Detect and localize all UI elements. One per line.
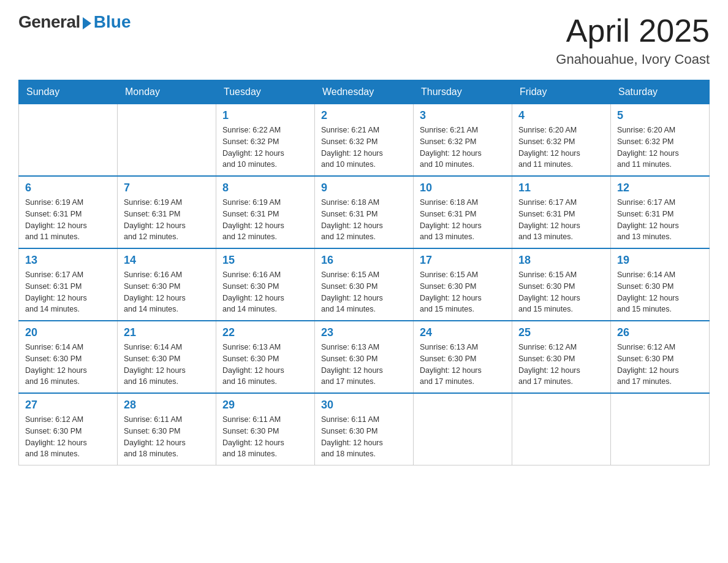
day-number: 1 (222, 109, 308, 122)
calendar-cell: 30Sunrise: 6:11 AM Sunset: 6:30 PM Dayli… (315, 393, 414, 465)
calendar-cell: 29Sunrise: 6:11 AM Sunset: 6:30 PM Dayli… (216, 393, 315, 465)
day-number: 5 (617, 109, 703, 122)
calendar-cell: 19Sunrise: 6:14 AM Sunset: 6:30 PM Dayli… (611, 248, 710, 321)
calendar-header: SundayMondayTuesdayWednesdayThursdayFrid… (19, 80, 710, 104)
calendar-cell: 26Sunrise: 6:12 AM Sunset: 6:30 PM Dayli… (611, 321, 710, 393)
day-number: 4 (518, 109, 604, 122)
page-header: General Blue April 2025 Gnahouahue, Ivor… (18, 12, 710, 67)
calendar-cell: 5Sunrise: 6:20 AM Sunset: 6:32 PM Daylig… (611, 104, 710, 177)
calendar-week-row: 6Sunrise: 6:19 AM Sunset: 6:31 PM Daylig… (19, 176, 710, 248)
calendar-cell: 6Sunrise: 6:19 AM Sunset: 6:31 PM Daylig… (19, 176, 118, 248)
day-info: Sunrise: 6:19 AM Sunset: 6:31 PM Dayligh… (222, 197, 308, 243)
day-number: 29 (222, 399, 308, 412)
day-of-week-header: Thursday (414, 80, 512, 104)
day-header-row: SundayMondayTuesdayWednesdayThursdayFrid… (19, 80, 710, 104)
calendar-cell (414, 393, 512, 465)
day-of-week-header: Monday (118, 80, 216, 104)
day-info: Sunrise: 6:13 AM Sunset: 6:30 PM Dayligh… (420, 342, 506, 388)
day-info: Sunrise: 6:11 AM Sunset: 6:30 PM Dayligh… (222, 414, 308, 460)
day-number: 20 (25, 326, 111, 339)
day-info: Sunrise: 6:19 AM Sunset: 6:31 PM Dayligh… (124, 197, 210, 243)
calendar-cell: 12Sunrise: 6:17 AM Sunset: 6:31 PM Dayli… (611, 176, 710, 248)
calendar-body: 1Sunrise: 6:22 AM Sunset: 6:32 PM Daylig… (19, 104, 710, 465)
day-number: 3 (420, 109, 506, 122)
calendar-cell: 27Sunrise: 6:12 AM Sunset: 6:30 PM Dayli… (19, 393, 118, 465)
day-info: Sunrise: 6:17 AM Sunset: 6:31 PM Dayligh… (617, 197, 703, 243)
day-number: 25 (518, 326, 604, 339)
day-number: 14 (124, 254, 210, 267)
logo-arrow-icon (83, 17, 91, 29)
day-info: Sunrise: 6:16 AM Sunset: 6:30 PM Dayligh… (124, 269, 210, 315)
calendar-week-row: 27Sunrise: 6:12 AM Sunset: 6:30 PM Dayli… (19, 393, 710, 465)
day-number: 17 (420, 254, 506, 267)
day-number: 11 (518, 182, 604, 194)
day-of-week-header: Friday (512, 80, 611, 104)
calendar-cell: 21Sunrise: 6:14 AM Sunset: 6:30 PM Dayli… (118, 321, 216, 393)
calendar-cell: 23Sunrise: 6:13 AM Sunset: 6:30 PM Dayli… (315, 321, 414, 393)
day-number: 16 (321, 254, 407, 267)
day-number: 19 (617, 254, 703, 267)
calendar-cell: 25Sunrise: 6:12 AM Sunset: 6:30 PM Dayli… (512, 321, 611, 393)
day-info: Sunrise: 6:21 AM Sunset: 6:32 PM Dayligh… (420, 124, 506, 170)
calendar-cell: 1Sunrise: 6:22 AM Sunset: 6:32 PM Daylig… (216, 104, 315, 177)
day-info: Sunrise: 6:11 AM Sunset: 6:30 PM Dayligh… (124, 414, 210, 460)
calendar-cell: 22Sunrise: 6:13 AM Sunset: 6:30 PM Dayli… (216, 321, 315, 393)
day-info: Sunrise: 6:13 AM Sunset: 6:30 PM Dayligh… (222, 342, 308, 388)
calendar-cell: 13Sunrise: 6:17 AM Sunset: 6:31 PM Dayli… (19, 248, 118, 321)
day-number: 2 (321, 109, 407, 122)
day-number: 13 (25, 254, 111, 267)
day-info: Sunrise: 6:12 AM Sunset: 6:30 PM Dayligh… (617, 342, 703, 388)
day-number: 10 (420, 182, 506, 194)
day-number: 26 (617, 326, 703, 339)
calendar-cell: 24Sunrise: 6:13 AM Sunset: 6:30 PM Dayli… (414, 321, 512, 393)
calendar-cell: 18Sunrise: 6:15 AM Sunset: 6:30 PM Dayli… (512, 248, 611, 321)
day-number: 24 (420, 326, 506, 339)
day-info: Sunrise: 6:12 AM Sunset: 6:30 PM Dayligh… (518, 342, 604, 388)
calendar-cell: 17Sunrise: 6:15 AM Sunset: 6:30 PM Dayli… (414, 248, 512, 321)
day-of-week-header: Wednesday (315, 80, 414, 104)
day-of-week-header: Sunday (19, 80, 118, 104)
calendar-cell: 2Sunrise: 6:21 AM Sunset: 6:32 PM Daylig… (315, 104, 414, 177)
day-info: Sunrise: 6:15 AM Sunset: 6:30 PM Dayligh… (518, 269, 604, 315)
calendar-cell: 4Sunrise: 6:20 AM Sunset: 6:32 PM Daylig… (512, 104, 611, 177)
day-info: Sunrise: 6:18 AM Sunset: 6:31 PM Dayligh… (321, 197, 407, 243)
day-info: Sunrise: 6:14 AM Sunset: 6:30 PM Dayligh… (25, 342, 111, 388)
day-info: Sunrise: 6:20 AM Sunset: 6:32 PM Dayligh… (617, 124, 703, 170)
calendar-cell (611, 393, 710, 465)
day-info: Sunrise: 6:13 AM Sunset: 6:30 PM Dayligh… (321, 342, 407, 388)
day-number: 12 (617, 182, 703, 194)
calendar-cell (19, 104, 118, 177)
day-number: 22 (222, 326, 308, 339)
calendar-cell: 28Sunrise: 6:11 AM Sunset: 6:30 PM Dayli… (118, 393, 216, 465)
day-info: Sunrise: 6:22 AM Sunset: 6:32 PM Dayligh… (222, 124, 308, 170)
day-info: Sunrise: 6:17 AM Sunset: 6:31 PM Dayligh… (518, 197, 604, 243)
calendar-week-row: 1Sunrise: 6:22 AM Sunset: 6:32 PM Daylig… (19, 104, 710, 177)
calendar-cell: 9Sunrise: 6:18 AM Sunset: 6:31 PM Daylig… (315, 176, 414, 248)
day-info: Sunrise: 6:18 AM Sunset: 6:31 PM Dayligh… (420, 197, 506, 243)
calendar-cell: 7Sunrise: 6:19 AM Sunset: 6:31 PM Daylig… (118, 176, 216, 248)
day-number: 6 (25, 182, 111, 194)
day-of-week-header: Tuesday (216, 80, 315, 104)
day-of-week-header: Saturday (611, 80, 710, 104)
logo: General Blue (18, 12, 131, 32)
day-info: Sunrise: 6:20 AM Sunset: 6:32 PM Dayligh… (518, 124, 604, 170)
day-info: Sunrise: 6:12 AM Sunset: 6:30 PM Dayligh… (25, 414, 111, 460)
day-info: Sunrise: 6:15 AM Sunset: 6:30 PM Dayligh… (321, 269, 407, 315)
calendar-cell: 11Sunrise: 6:17 AM Sunset: 6:31 PM Dayli… (512, 176, 611, 248)
calendar-cell (512, 393, 611, 465)
calendar-week-row: 20Sunrise: 6:14 AM Sunset: 6:30 PM Dayli… (19, 321, 710, 393)
calendar-cell: 14Sunrise: 6:16 AM Sunset: 6:30 PM Dayli… (118, 248, 216, 321)
day-number: 8 (222, 182, 308, 194)
day-info: Sunrise: 6:15 AM Sunset: 6:30 PM Dayligh… (420, 269, 506, 315)
day-number: 18 (518, 254, 604, 267)
calendar-week-row: 13Sunrise: 6:17 AM Sunset: 6:31 PM Dayli… (19, 248, 710, 321)
calendar-table: SundayMondayTuesdayWednesdayThursdayFrid… (18, 80, 710, 465)
day-info: Sunrise: 6:19 AM Sunset: 6:31 PM Dayligh… (25, 197, 111, 243)
calendar-cell: 3Sunrise: 6:21 AM Sunset: 6:32 PM Daylig… (414, 104, 512, 177)
day-number: 28 (124, 399, 210, 412)
calendar-cell: 20Sunrise: 6:14 AM Sunset: 6:30 PM Dayli… (19, 321, 118, 393)
title-section: April 2025 Gnahouahue, Ivory Coast (556, 12, 710, 67)
day-info: Sunrise: 6:16 AM Sunset: 6:30 PM Dayligh… (222, 269, 308, 315)
day-number: 7 (124, 182, 210, 194)
day-number: 21 (124, 326, 210, 339)
